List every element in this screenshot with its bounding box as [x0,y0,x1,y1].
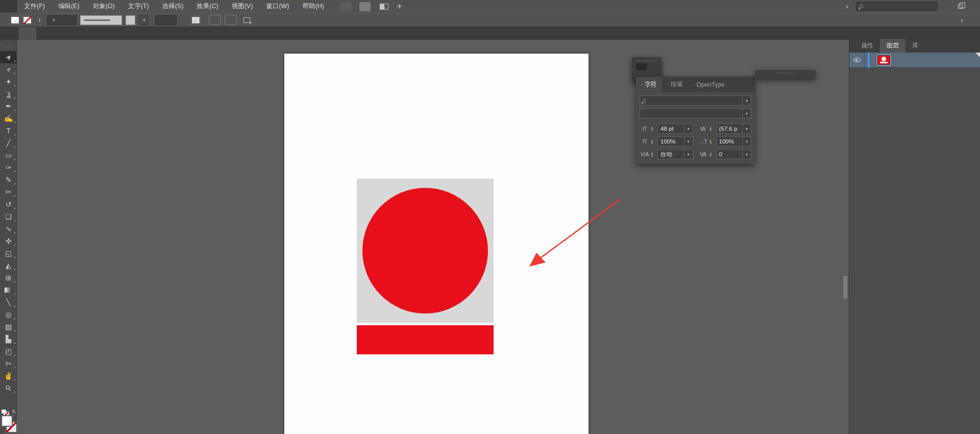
symbol-sprayer-tool[interactable]: ▨ [0,321,17,333]
dropdown-icon[interactable]: ▾ [684,124,693,133]
menu-type[interactable]: 文字(T) [121,0,156,13]
width-tool[interactable]: ∿ [0,223,17,235]
atm-logo-circle[interactable] [362,188,488,314]
dropdown-icon[interactable]: ▾ [742,137,751,146]
pen-tool[interactable]: ✒ [0,100,17,112]
opacity-field[interactable] [155,15,177,25]
align-options-icon[interactable] [243,17,250,23]
shape-builder-tool[interactable]: ◱ [0,247,17,259]
artboard-tool[interactable]: ◰ [0,345,17,357]
value-stepper[interactable]: ▴▾ [651,152,656,157]
value-stepper[interactable]: ▴▾ [651,126,656,131]
tracking-field[interactable]: VA ▴▾ 0▾ [698,149,752,159]
dock-tab-layers[interactable]: 图层 [880,39,905,53]
dropdown-icon[interactable]: ▾ [742,124,751,133]
blend-tool[interactable]: ◎ [0,308,17,321]
panel-dock-icon[interactable] [958,16,964,23]
slice-tool[interactable]: ✄ [0,357,17,370]
stock-search-input[interactable] [856,2,938,11]
horizontal-scale-field[interactable]: ↔T ▴▾ 100%▾ [698,136,752,147]
stroke-weight-stepper[interactable]: ▴▾ [39,17,43,22]
tools-collapse-icon[interactable] [0,40,16,46]
fill-swatch[interactable] [2,416,12,426]
stroke-weight-field[interactable] [47,15,77,25]
document-tab[interactable] [19,27,36,40]
dock-tab-libraries[interactable]: 库 [905,39,925,53]
stock-icon[interactable] [359,2,371,11]
pencil-tool[interactable]: ✎ [0,174,17,186]
panel-grip[interactable] [776,73,794,74]
stroke-color-swatch[interactable] [23,16,32,24]
layer-thumbnail[interactable] [877,55,890,65]
scissors-tool[interactable]: ✂ [0,186,17,198]
menu-file[interactable]: 文件(F) [17,0,52,13]
default-fill-stroke-icon[interactable] [2,409,6,414]
preferences-button[interactable] [225,15,237,25]
puppet-warp-tool[interactable]: ✜ [0,235,17,247]
vertical-scale-field[interactable]: IT ▴▾ 100%▾ [640,136,693,147]
font-family-dropdown-icon[interactable]: ▾ [742,96,751,105]
panel-grip[interactable] [637,60,656,61]
gpu-performance-icon[interactable]: ✈ [396,2,403,10]
workspace-switcher[interactable] [843,4,849,9]
layer-visibility-cell[interactable] [849,53,865,68]
brush-dropdown-arrow[interactable] [139,15,148,25]
font-style-dropdown-icon[interactable]: ▾ [742,109,751,118]
menu-edit[interactable]: 编辑(E) [52,0,86,13]
leading-field[interactable]: tA ▴▾ (57.6 p▾ [698,124,752,134]
document-setup-button[interactable] [209,15,221,25]
hand-tool[interactable]: ✌ [0,370,17,382]
menu-window[interactable]: 窗口(W) [259,0,296,13]
atm-logo-band[interactable] [357,325,494,354]
brush-definition-dropdown[interactable] [126,15,135,25]
swap-fill-stroke-icon[interactable]: ⇄ [11,409,16,414]
arrange-documents-icon[interactable] [380,4,388,10]
dropdown-icon[interactable]: ▾ [684,150,693,159]
restore-button[interactable] [958,4,963,9]
value-stepper[interactable]: ▴▾ [710,152,715,157]
artboard[interactable] [284,54,589,434]
scale-tool[interactable]: ❏ [0,210,17,223]
style-swatch[interactable] [191,16,200,24]
gradient-tool[interactable] [0,284,17,296]
direct-selection-tool[interactable]: ➣ [0,63,17,76]
dropdown-icon[interactable]: ▾ [742,150,751,159]
menu-select[interactable]: 选择(S) [156,0,190,13]
kerning-field[interactable]: V/A ▴▾ 自动▾ [640,149,693,159]
vertical-scrollbar[interactable] [843,276,847,299]
lasso-tool[interactable]: ʓ [0,88,17,100]
layer-row[interactable] [849,53,980,68]
bridge-icon[interactable] [340,2,351,11]
dock-tab-properties[interactable]: 属性 [854,39,880,53]
width-profile-dropdown[interactable] [80,15,122,25]
char-panel-tab-opentype[interactable]: ◦OpenType [688,77,730,92]
font-size-field[interactable]: tT ▴▾ 48 pt▾ [640,124,693,134]
mesh-tool[interactable]: ⊞ [0,272,17,284]
column-graph-tool[interactable]: ▙ [0,333,17,345]
menu-view[interactable]: 视图(V) [225,0,260,13]
perspective-grid-tool[interactable]: ◭ [0,259,17,272]
menu-help[interactable]: 帮助(H) [296,0,331,13]
value-stepper[interactable]: ▴▾ [710,139,715,144]
curvature-tool[interactable]: ✍ [0,112,17,125]
type-tool[interactable]: T [0,125,17,137]
panel-icon-button[interactable] [636,63,647,70]
dropdown-icon[interactable]: ▾ [684,137,693,146]
char-panel-tab-character[interactable]: ◦字符 [636,77,662,92]
menu-object[interactable]: 对象(O) [86,0,121,13]
fill-color-swatch[interactable] [11,16,19,24]
paintbrush-tool[interactable]: ✑ [0,161,17,174]
font-style-field[interactable]: ▾ [640,108,751,118]
font-family-field[interactable]: ▾ [640,95,751,106]
eyedropper-tool[interactable]: ╲ [0,296,17,308]
menu-effect[interactable]: 效果(C) [190,0,225,13]
rotate-tool[interactable]: ↺ [0,198,17,210]
tools-grip[interactable] [3,47,13,49]
line-segment-tool[interactable]: ╱ [0,137,17,149]
zoom-tool[interactable]: ⚲ [0,382,17,394]
magic-wand-tool[interactable]: ✦ [0,76,17,88]
atm-logo-gray-square[interactable] [357,179,494,323]
selection-tool[interactable]: ➤ [0,51,17,63]
value-stepper[interactable]: ▴▾ [651,139,656,144]
char-panel-tab-paragraph[interactable]: ◦段落 [662,77,688,92]
